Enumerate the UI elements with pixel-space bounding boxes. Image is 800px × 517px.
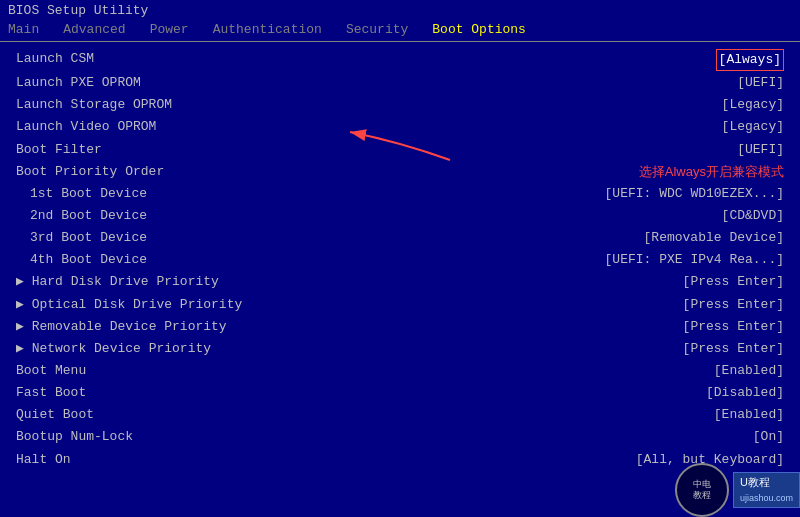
watermark-area: 中电教程 U教程ujiashou.com: [675, 463, 800, 517]
row-halt-on[interactable]: Halt On [All, but Keyboard]: [16, 449, 784, 471]
label-2nd-boot: 2nd Boot Device: [16, 206, 356, 226]
value-launch-pxe: [UEFI]: [737, 73, 784, 93]
value-network-priority: [Press Enter]: [683, 339, 784, 359]
watermark-circle: 中电教程: [675, 463, 729, 517]
label-4th-boot: 4th Boot Device: [16, 250, 356, 270]
watermark-circle-text: 中电教程: [693, 479, 711, 501]
value-3rd-boot: [Removable Device]: [644, 228, 784, 248]
bios-title: BIOS Setup Utility: [8, 3, 148, 18]
label-odd-priority: Optical Disk Drive Priority: [16, 295, 356, 315]
value-numlock: [On]: [753, 427, 784, 447]
label-launch-storage: Launch Storage OPROM: [16, 95, 356, 115]
value-odd-priority: [Press Enter]: [683, 295, 784, 315]
bios-content: Launch CSM [Always] Launch PXE OPROM [UE…: [0, 42, 800, 477]
menu-boot-options[interactable]: Boot Options: [432, 22, 526, 37]
label-boot-filter: Boot Filter: [16, 140, 356, 160]
watermark-badge-text: U教程ujiashou.com: [740, 475, 793, 506]
label-numlock: Bootup Num-Lock: [16, 427, 356, 447]
menu-authentication[interactable]: Authentication: [213, 22, 322, 37]
label-1st-boot: 1st Boot Device: [16, 184, 356, 204]
value-boot-menu: [Enabled]: [714, 361, 784, 381]
label-hdd-priority: Hard Disk Drive Priority: [16, 272, 356, 292]
annotation-text: 选择Always开启兼容模式: [639, 162, 784, 182]
row-boot-filter[interactable]: Boot Filter [UEFI]: [16, 139, 784, 161]
label-launch-csm: Launch CSM: [16, 49, 356, 71]
menu-bar: Main Advanced Power Authentication Secur…: [0, 18, 800, 42]
label-quiet-boot: Quiet Boot: [16, 405, 356, 425]
row-boot-menu[interactable]: Boot Menu [Enabled]: [16, 360, 784, 382]
value-quiet-boot: [Enabled]: [714, 405, 784, 425]
top-bar: BIOS Setup Utility: [0, 0, 800, 18]
row-launch-csm[interactable]: Launch CSM [Always]: [16, 48, 784, 72]
row-fast-boot[interactable]: Fast Boot [Disabled]: [16, 382, 784, 404]
menu-security[interactable]: Security: [346, 22, 408, 37]
row-hdd-priority[interactable]: Hard Disk Drive Priority [Press Enter]: [16, 271, 784, 293]
label-halt-on: Halt On: [16, 450, 356, 470]
row-launch-pxe[interactable]: Launch PXE OPROM [UEFI]: [16, 72, 784, 94]
value-launch-csm: [Always]: [716, 49, 784, 71]
value-4th-boot: [UEFI: PXE IPv4 Rea...]: [605, 250, 784, 270]
menu-power[interactable]: Power: [150, 22, 189, 37]
label-launch-video: Launch Video OPROM: [16, 117, 356, 137]
row-1st-boot[interactable]: 1st Boot Device [UEFI: WDC WD10EZEX...]: [16, 183, 784, 205]
row-launch-video[interactable]: Launch Video OPROM [Legacy]: [16, 116, 784, 138]
watermark-badge: U教程ujiashou.com: [733, 472, 800, 509]
row-launch-storage[interactable]: Launch Storage OPROM [Legacy]: [16, 94, 784, 116]
label-boot-priority-order: Boot Priority Order: [16, 162, 356, 182]
value-hdd-priority: [Press Enter]: [683, 272, 784, 292]
row-network-priority[interactable]: Network Device Priority [Press Enter]: [16, 338, 784, 360]
row-3rd-boot[interactable]: 3rd Boot Device [Removable Device]: [16, 227, 784, 249]
row-odd-priority[interactable]: Optical Disk Drive Priority [Press Enter…: [16, 294, 784, 316]
value-launch-video: [Legacy]: [722, 117, 784, 137]
menu-advanced[interactable]: Advanced: [63, 22, 125, 37]
value-1st-boot: [UEFI: WDC WD10EZEX...]: [605, 184, 784, 204]
menu-main[interactable]: Main: [8, 22, 39, 37]
label-fast-boot: Fast Boot: [16, 383, 356, 403]
label-launch-pxe: Launch PXE OPROM: [16, 73, 356, 93]
label-boot-menu: Boot Menu: [16, 361, 356, 381]
row-quiet-boot[interactable]: Quiet Boot [Enabled]: [16, 404, 784, 426]
row-2nd-boot[interactable]: 2nd Boot Device [CD&DVD]: [16, 205, 784, 227]
value-fast-boot: [Disabled]: [706, 383, 784, 403]
menu-bar-left: Main Advanced Power Authentication Secur…: [8, 22, 526, 37]
value-removable-priority: [Press Enter]: [683, 317, 784, 337]
row-4th-boot[interactable]: 4th Boot Device [UEFI: PXE IPv4 Rea...]: [16, 249, 784, 271]
row-numlock[interactable]: Bootup Num-Lock [On]: [16, 426, 784, 448]
label-3rd-boot: 3rd Boot Device: [16, 228, 356, 248]
value-launch-storage: [Legacy]: [722, 95, 784, 115]
label-removable-priority: Removable Device Priority: [16, 317, 356, 337]
value-boot-filter: [UEFI]: [737, 140, 784, 160]
value-2nd-boot: [CD&DVD]: [722, 206, 784, 226]
row-boot-priority-order[interactable]: Boot Priority Order 选择Always开启兼容模式: [16, 161, 784, 183]
row-removable-priority[interactable]: Removable Device Priority [Press Enter]: [16, 316, 784, 338]
label-network-priority: Network Device Priority: [16, 339, 356, 359]
